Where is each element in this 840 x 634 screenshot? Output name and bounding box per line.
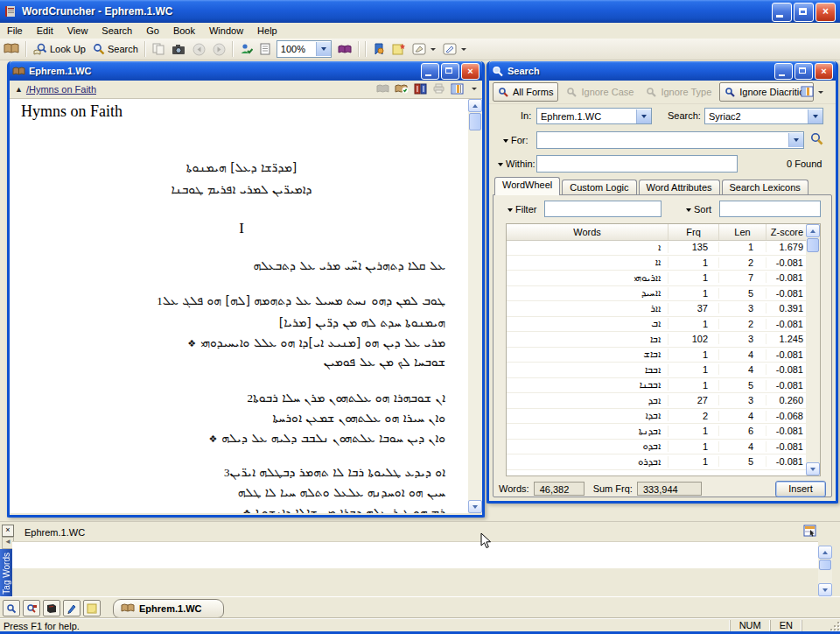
references-button[interactable] — [236, 41, 256, 57]
bookmark-button[interactable] — [369, 41, 388, 57]
scroll-up-icon[interactable] — [818, 546, 832, 559]
table-row[interactable]: ܐ 135 1 1.679 — [507, 240, 808, 256]
close-button[interactable]: × — [461, 63, 480, 80]
minimize-button[interactable] — [421, 63, 439, 80]
minimize-button[interactable] — [772, 3, 792, 22]
in-dropdown-icon[interactable] — [636, 109, 651, 123]
table-row[interactable]: ܐܒܕܐ 2 4 -0.068 — [507, 409, 808, 425]
breadcrumb[interactable]: /Hymns on Faith — [26, 84, 96, 95]
menu-book[interactable]: Book — [166, 24, 202, 38]
maximize-button[interactable] — [441, 63, 459, 80]
citation-button[interactable] — [256, 41, 274, 57]
pen-dropdown-icon[interactable] — [461, 48, 466, 51]
within-expander-icon[interactable] — [498, 163, 503, 166]
close-button[interactable]: × — [816, 3, 836, 22]
ignore-case-button[interactable]: Ignore Case — [562, 83, 638, 101]
breadcrumb-up-icon[interactable]: ▲ — [15, 85, 23, 94]
panel-results-icon[interactable] — [803, 525, 817, 538]
dictionary-button[interactable] — [334, 42, 355, 57]
close-button[interactable]: × — [815, 63, 833, 80]
within-input[interactable] — [536, 155, 738, 173]
tag-words-tab[interactable]: Tag Words — [0, 549, 12, 597]
insert-button[interactable]: Insert — [775, 481, 826, 497]
table-row[interactable]: ܐܐܪܝܘܗܝ 1 7 -0.081 — [507, 271, 808, 286]
menu-edit[interactable]: Edit — [30, 24, 60, 38]
note-button[interactable] — [83, 600, 101, 616]
pen-tool-button[interactable] — [439, 41, 470, 57]
table-row[interactable]: ܐܒܐ 102 3 1.245 — [507, 332, 808, 348]
all-forms-button[interactable]: All Forms — [493, 82, 558, 102]
menu-file[interactable]: File — [0, 24, 30, 38]
scroll-thumb[interactable] — [819, 560, 831, 570]
menu-go[interactable]: Go — [139, 24, 166, 38]
table-row[interactable]: ܐܒܕܥܡ 2 5 -0.068 — [507, 470, 808, 471]
scroll-down-icon[interactable] — [818, 583, 832, 596]
snapshot-button[interactable] — [168, 42, 189, 57]
scroll-up-icon[interactable] — [806, 224, 820, 237]
sort-expander-icon[interactable] — [686, 208, 691, 212]
col-len[interactable]: Len — [719, 224, 766, 240]
scroll-thumb[interactable] — [807, 238, 819, 252]
ignore-type-button[interactable]: Ignore Type — [641, 83, 716, 101]
new-note-button[interactable] — [388, 41, 409, 57]
results-view-icon[interactable] — [801, 86, 815, 97]
for-combobox[interactable] — [536, 131, 804, 149]
wordwheel-scrollbar[interactable] — [806, 224, 820, 476]
search-results-button[interactable] — [23, 600, 40, 616]
tab-wordwheel[interactable]: WordWheel — [494, 177, 560, 195]
document-content[interactable]: Hymns on Faith [ܡܕܪ̈ܫܐ ܕܥܠ] ܗܝܡܢܘܬܐ ܕܐܡܝ… — [10, 99, 482, 513]
menu-help[interactable]: Help — [250, 24, 284, 38]
table-row[interactable]: ܐܒܒܐ 1 4 -0.081 — [507, 363, 808, 378]
open-book-button[interactable] — [0, 41, 23, 57]
notes-book-button[interactable] — [43, 600, 60, 616]
scroll-up-icon[interactable] — [468, 99, 482, 112]
table-row[interactable]: ܐܒܕܢܬܐ 1 6 -0.081 — [507, 424, 808, 440]
tag-words-input[interactable] — [12, 541, 818, 568]
table-row[interactable]: ܐܐ 1 2 -0.081 — [507, 256, 808, 271]
search-lang-dropdown-icon[interactable] — [808, 109, 822, 123]
book-grey-icon[interactable] — [376, 83, 389, 95]
lexicon-books-icon[interactable] — [414, 83, 427, 95]
book-check-icon[interactable] — [395, 82, 409, 95]
tab-search-lexicons[interactable]: Search Lexicons — [722, 180, 808, 195]
menu-window[interactable]: Window — [202, 24, 250, 38]
filter-expander-icon[interactable] — [508, 208, 513, 212]
highlighter-dropdown-icon[interactable] — [430, 48, 436, 51]
table-row[interactable]: ܐܒܕܘ 1 4 -0.081 — [507, 440, 808, 455]
columns-view-icon[interactable] — [451, 83, 465, 95]
maximize-button[interactable] — [794, 3, 814, 22]
for-expander-icon[interactable] — [503, 139, 508, 143]
scroll-down-icon[interactable] — [806, 462, 820, 476]
table-row[interactable]: ܐܒܕ 27 3 0.260 — [507, 393, 808, 409]
lookup-button[interactable]: Look Up — [30, 41, 89, 57]
results-view-dropdown-icon[interactable] — [818, 91, 823, 94]
scroll-down-icon[interactable] — [468, 500, 482, 513]
table-row[interactable]: ܐܒܒܢܐ 1 5 -0.081 — [507, 378, 808, 394]
annotate-pen-button[interactable] — [63, 600, 80, 616]
search-button[interactable]: Search — [89, 41, 142, 57]
copy-button[interactable] — [149, 41, 168, 57]
table-row[interactable]: ܐܒ 1 2 -0.081 — [507, 317, 808, 333]
minimize-button[interactable] — [774, 63, 793, 80]
run-search-icon[interactable] — [809, 132, 824, 146]
col-frq[interactable]: Frq — [668, 224, 719, 240]
panel-close-icon[interactable]: × — [2, 525, 14, 537]
table-row[interactable]: ܐܐܚܝܕ 1 5 -0.081 — [507, 286, 808, 302]
table-row[interactable]: ܐܒܕܪܘ 1 5 -0.081 — [507, 454, 808, 470]
zoom-combobox[interactable]: 100% — [276, 40, 332, 58]
in-combobox[interactable]: Ephrem.1.WC — [536, 108, 652, 124]
search-lang-combobox[interactable]: Syriac2 — [704, 108, 823, 124]
view-dropdown-icon[interactable] — [472, 88, 477, 90]
document-scrollbar[interactable] — [468, 99, 482, 513]
for-dropdown-icon[interactable] — [788, 133, 803, 147]
sort-input[interactable] — [719, 201, 821, 217]
tab-word-attributes[interactable]: Word Attributes — [639, 180, 720, 195]
table-row[interactable]: ܐܒܐܫ 1 4 -0.081 — [507, 348, 808, 363]
highlighter-button[interactable] — [409, 41, 439, 57]
panel-scrollbar[interactable] — [818, 546, 832, 596]
menu-view[interactable]: View — [60, 24, 95, 38]
zoom-dropdown-icon[interactable] — [316, 42, 331, 56]
menu-search[interactable]: Search — [94, 24, 139, 38]
resize-grip[interactable] — [829, 620, 840, 631]
scroll-thumb[interactable] — [469, 113, 481, 130]
